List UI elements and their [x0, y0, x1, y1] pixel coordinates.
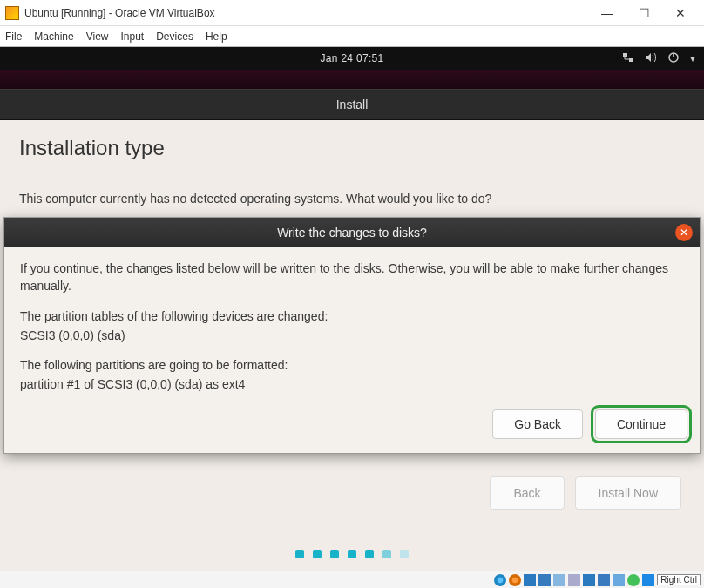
dialog-title: Write the changes to disks?	[277, 226, 427, 240]
hard-disk-icon[interactable]	[509, 574, 521, 586]
close-button[interactable]: ✕	[662, 1, 699, 25]
guest-display: Jan 24 07:51 ▾ Install Installation type…	[0, 47, 704, 571]
virtualbox-app-icon	[5, 6, 19, 20]
menu-help[interactable]: Help	[206, 30, 227, 43]
usb-icon[interactable]	[538, 574, 551, 586]
display-icon[interactable]	[583, 574, 595, 586]
dialog-intro-text: If you continue, the changes listed belo…	[20, 260, 684, 295]
step-dot-3	[330, 550, 339, 558]
step-dot-4	[348, 550, 356, 558]
step-dot-2	[313, 550, 322, 558]
dialog-format-heading: The following partitions are going to be…	[20, 356, 684, 374]
menu-file[interactable]: File	[5, 30, 22, 43]
menu-machine[interactable]: Machine	[34, 30, 73, 43]
menu-input[interactable]: Input	[121, 30, 145, 43]
ubuntu-top-panel: Jan 24 07:51 ▾	[0, 47, 704, 70]
svg-rect-0	[623, 53, 627, 57]
clipboard-icon[interactable]	[613, 574, 625, 586]
menu-arrow-icon[interactable]: ▾	[690, 52, 695, 64]
menu-devices[interactable]: Devices	[156, 30, 193, 43]
optical-disk-icon[interactable]	[494, 574, 506, 586]
virtualbox-status-bar: Right Ctrl	[0, 571, 704, 588]
window-title: Ubuntu [Running] - Oracle VM VirtualBox	[24, 7, 589, 19]
virtualbox-titlebar: Ubuntu [Running] - Oracle VM VirtualBox …	[0, 0, 704, 26]
dialog-changed-heading: The partition tables of the following de…	[20, 308, 684, 325]
virtualbox-menubar: File Machine View Input Devices Help	[0, 26, 704, 47]
network-icon[interactable]	[622, 51, 634, 66]
dialog-partition-line: partition #1 of SCSI3 (0,0,0) (sda) as e…	[20, 375, 684, 393]
go-back-button[interactable]: Go Back	[492, 409, 583, 439]
mouse-integration-icon[interactable]	[642, 574, 654, 586]
write-changes-dialog: Write the changes to disks? ✕ If you con…	[3, 217, 701, 454]
host-key-indicator[interactable]: Right Ctrl	[657, 574, 701, 585]
audio-icon[interactable]	[568, 574, 580, 586]
step-dot-1	[295, 550, 304, 558]
step-dot-6	[382, 550, 391, 558]
page-title: Installation type	[19, 136, 685, 160]
shared-folder-icon[interactable]	[553, 574, 565, 586]
dialog-overlay: Write the changes to disks? ✕ If you con…	[0, 217, 704, 454]
network-status-icon[interactable]	[524, 574, 536, 586]
step-dot-7	[400, 550, 409, 558]
maximize-button[interactable]: ☐	[626, 1, 662, 25]
volume-icon[interactable]	[645, 51, 657, 66]
clock[interactable]: Jan 24 07:51	[321, 52, 384, 64]
install-now-button[interactable]: Install Now	[575, 476, 681, 510]
menu-view[interactable]: View	[86, 30, 109, 43]
dialog-body: If you continue, the changes listed belo…	[4, 247, 700, 409]
cpu-icon[interactable]	[627, 574, 640, 586]
installation-question: This computer currently has no detected …	[19, 192, 685, 206]
dialog-device-line: SCSI3 (0,0,0) (sda)	[20, 327, 684, 344]
installer-header-label: Install	[336, 98, 369, 112]
installer-header: Install	[0, 89, 704, 120]
progress-dots	[295, 550, 409, 558]
close-icon: ✕	[680, 226, 688, 239]
step-dot-5	[365, 550, 374, 558]
back-button[interactable]: Back	[490, 476, 564, 510]
dialog-close-button[interactable]: ✕	[675, 224, 693, 241]
power-icon[interactable]	[667, 51, 680, 66]
dialog-titlebar[interactable]: Write the changes to disks? ✕	[4, 218, 700, 247]
recording-icon[interactable]	[598, 574, 610, 586]
window-shadow-strip	[0, 70, 704, 89]
system-indicators[interactable]: ▾	[622, 47, 695, 70]
minimize-button[interactable]: —	[589, 1, 626, 25]
continue-button[interactable]: Continue	[595, 409, 687, 439]
